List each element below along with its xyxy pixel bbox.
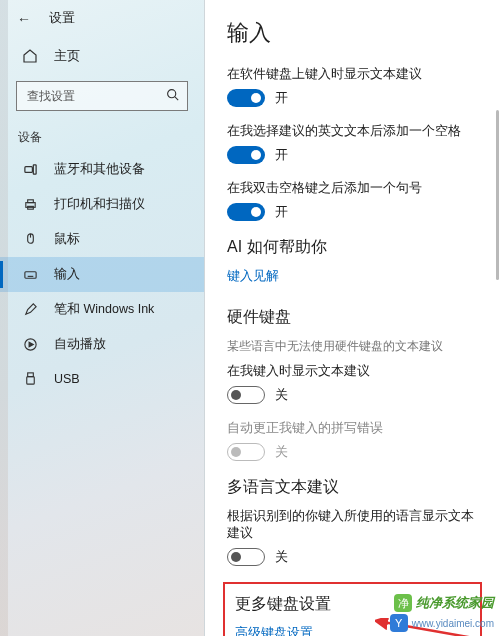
toggle-state: 关 (275, 444, 288, 461)
pen-icon (22, 302, 38, 317)
page-title: 输入 (227, 18, 478, 48)
sidebar-item-mouse[interactable]: 鼠标 (0, 222, 204, 257)
mouse-icon (22, 232, 38, 247)
link-advanced-keyboard[interactable]: 高级键盘设置 (235, 625, 313, 636)
search-wrap: 查找设置 (0, 75, 204, 125)
printer-icon (22, 197, 38, 212)
svg-rect-5 (27, 200, 33, 203)
toggle-hw-suggestions[interactable] (227, 386, 265, 404)
sidebar-item-label: 笔和 Windows Ink (54, 301, 154, 318)
svg-line-1 (175, 97, 178, 100)
keyboard-icon (22, 267, 38, 282)
search-placeholder: 查找设置 (27, 88, 75, 105)
bluetooth-icon (22, 162, 38, 177)
sidebar-item-label: 蓝牙和其他设备 (54, 161, 145, 178)
svg-rect-9 (24, 272, 35, 279)
sidebar-item-label: 打印机和扫描仪 (54, 196, 145, 213)
sidebar: ← 设置 主页 查找设置 设备 (0, 0, 205, 636)
toggle-add-space[interactable] (227, 146, 265, 164)
annotation-arrow-icon (375, 618, 490, 636)
setting-label: 在我双击空格键之后添加一个句号 (227, 180, 478, 197)
toggle-hw-autocorrect (227, 443, 265, 461)
toggle-add-period[interactable] (227, 203, 265, 221)
back-icon[interactable]: ← (17, 12, 31, 26)
home-label: 主页 (54, 47, 80, 65)
toggle-state: 开 (275, 147, 288, 164)
toggle-state: 开 (275, 204, 288, 221)
setting-label: 在我键入时显示文本建议 (227, 363, 478, 380)
search-icon (166, 88, 179, 104)
sidebar-item-bluetooth[interactable]: 蓝牙和其他设备 (0, 152, 204, 187)
annotation-highlight: 更多键盘设置 高级键盘设置 (223, 582, 482, 636)
toggle-state: 关 (275, 387, 288, 404)
setting-label: 根据识别到的你键入所使用的语言显示文本建议 (227, 508, 478, 542)
window-title: 设置 (49, 10, 75, 27)
sidebar-item-printers[interactable]: 打印机和扫描仪 (0, 187, 204, 222)
svg-line-18 (383, 622, 485, 636)
sidebar-item-pen[interactable]: 笔和 Windows Ink (0, 292, 204, 327)
svg-point-0 (168, 90, 176, 98)
section-title-multilang: 多语言文本建议 (227, 477, 478, 498)
autoplay-icon (22, 337, 38, 352)
sidebar-item-label: 鼠标 (54, 231, 80, 248)
sidebar-item-autoplay[interactable]: 自动播放 (0, 327, 204, 362)
svg-rect-17 (26, 377, 34, 385)
setting-label: 自动更正我键入的拼写错误 (227, 420, 478, 437)
sidebar-item-label: 自动播放 (54, 336, 106, 353)
scrollbar[interactable] (496, 0, 499, 636)
content-pane: 输入 在软件键盘上键入时显示文本建议 开 在我选择建议的英文文本后添加一个空格 … (205, 0, 500, 636)
toggle-show-suggestions[interactable] (227, 89, 265, 107)
scrollbar-thumb[interactable] (496, 110, 499, 280)
toggle-state: 关 (275, 549, 288, 566)
toggle-state: 开 (275, 90, 288, 107)
section-title-more: 更多键盘设置 (235, 594, 470, 615)
link-typing-insights[interactable]: 键入见解 (227, 268, 279, 285)
section-title-hardware: 硬件键盘 (227, 307, 478, 328)
home-icon (22, 48, 38, 64)
hardware-desc: 某些语言中无法使用硬件键盘的文本建议 (227, 338, 478, 355)
sidebar-item-typing[interactable]: 输入 (0, 257, 204, 292)
setting-label: 在我选择建议的英文文本后添加一个空格 (227, 123, 478, 140)
svg-rect-2 (24, 167, 32, 173)
svg-rect-3 (33, 165, 36, 174)
section-title-ai: AI 如何帮助你 (227, 237, 478, 258)
sidebar-item-usb[interactable]: USB (0, 362, 204, 395)
section-label: 设备 (0, 125, 204, 152)
nav-list: 蓝牙和其他设备 打印机和扫描仪 鼠标 (0, 152, 204, 395)
sidebar-item-label: USB (54, 372, 80, 386)
home-nav[interactable]: 主页 (0, 37, 204, 75)
usb-icon (22, 371, 38, 386)
search-input[interactable]: 查找设置 (16, 81, 188, 111)
sidebar-item-label: 输入 (54, 266, 80, 283)
toggle-multilang[interactable] (227, 548, 265, 566)
setting-label: 在软件键盘上键入时显示文本建议 (227, 66, 478, 83)
